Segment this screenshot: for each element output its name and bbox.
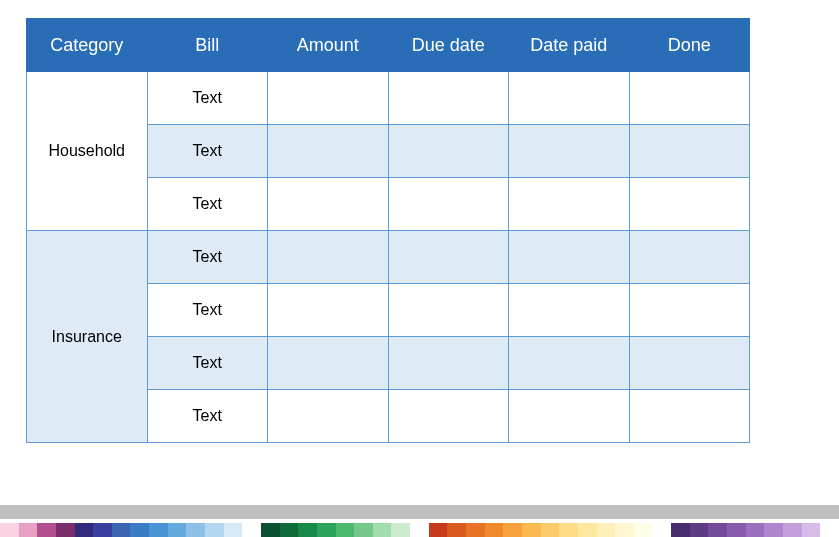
- bill-table-container: Category Bill Amount Due date Date paid …: [0, 0, 839, 443]
- col-bill: Bill: [147, 19, 268, 72]
- bill-cell[interactable]: Text: [147, 125, 268, 178]
- bill-cell[interactable]: Text: [147, 284, 268, 337]
- amount-cell[interactable]: [268, 125, 389, 178]
- color-swatch[interactable]: [522, 523, 541, 537]
- color-swatch[interactable]: [802, 523, 821, 537]
- amount-cell[interactable]: [268, 284, 389, 337]
- table-row: Insurance Text: [27, 231, 750, 284]
- color-swatch[interactable]: [37, 523, 56, 537]
- color-swatch[interactable]: [764, 523, 783, 537]
- color-swatch[interactable]: [0, 523, 19, 537]
- col-amount: Amount: [268, 19, 389, 72]
- paid-cell[interactable]: [509, 337, 630, 390]
- color-swatch[interactable]: [168, 523, 187, 537]
- status-bar: [0, 505, 839, 537]
- color-swatch[interactable]: [56, 523, 75, 537]
- color-swatch[interactable]: [485, 523, 504, 537]
- color-swatch[interactable]: [242, 523, 261, 537]
- due-cell[interactable]: [388, 284, 509, 337]
- paid-cell[interactable]: [509, 390, 630, 443]
- due-cell[interactable]: [388, 125, 509, 178]
- color-swatch[interactable]: [429, 523, 448, 537]
- due-cell[interactable]: [388, 178, 509, 231]
- amount-cell[interactable]: [268, 231, 389, 284]
- color-swatch[interactable]: [634, 523, 653, 537]
- done-cell[interactable]: [629, 337, 750, 390]
- color-swatch[interactable]: [280, 523, 299, 537]
- color-swatch[interactable]: [298, 523, 317, 537]
- color-swatch[interactable]: [708, 523, 727, 537]
- color-swatch[interactable]: [391, 523, 410, 537]
- color-swatch[interactable]: [336, 523, 355, 537]
- color-swatch[interactable]: [652, 523, 671, 537]
- color-swatch[interactable]: [354, 523, 373, 537]
- color-swatch[interactable]: [447, 523, 466, 537]
- amount-cell[interactable]: [268, 178, 389, 231]
- done-cell[interactable]: [629, 390, 750, 443]
- bill-cell[interactable]: Text: [147, 390, 268, 443]
- color-swatch[interactable]: [820, 523, 839, 537]
- color-swatch[interactable]: [559, 523, 578, 537]
- color-swatch[interactable]: [690, 523, 709, 537]
- color-swatch[interactable]: [746, 523, 765, 537]
- bill-cell[interactable]: Text: [147, 178, 268, 231]
- due-cell[interactable]: [388, 231, 509, 284]
- color-swatch[interactable]: [317, 523, 336, 537]
- color-swatch[interactable]: [373, 523, 392, 537]
- bill-cell[interactable]: Text: [147, 72, 268, 125]
- color-swatch[interactable]: [727, 523, 746, 537]
- bill-cell[interactable]: Text: [147, 337, 268, 390]
- color-palette[interactable]: [0, 523, 839, 537]
- color-swatch[interactable]: [112, 523, 131, 537]
- table-header-row: Category Bill Amount Due date Date paid …: [27, 19, 750, 72]
- color-swatch[interactable]: [578, 523, 597, 537]
- status-gray-bar: [0, 505, 839, 519]
- col-done: Done: [629, 19, 750, 72]
- color-swatch[interactable]: [541, 523, 560, 537]
- due-cell[interactable]: [388, 72, 509, 125]
- category-cell[interactable]: Insurance: [27, 231, 148, 443]
- amount-cell[interactable]: [268, 390, 389, 443]
- done-cell[interactable]: [629, 72, 750, 125]
- color-swatch[interactable]: [597, 523, 616, 537]
- due-cell[interactable]: [388, 337, 509, 390]
- color-swatch[interactable]: [130, 523, 149, 537]
- done-cell[interactable]: [629, 231, 750, 284]
- col-date-paid: Date paid: [509, 19, 630, 72]
- done-cell[interactable]: [629, 284, 750, 337]
- color-swatch[interactable]: [75, 523, 94, 537]
- amount-cell[interactable]: [268, 337, 389, 390]
- color-swatch[interactable]: [224, 523, 243, 537]
- bill-table: Category Bill Amount Due date Date paid …: [26, 18, 750, 443]
- color-swatch[interactable]: [186, 523, 205, 537]
- color-swatch[interactable]: [19, 523, 38, 537]
- amount-cell[interactable]: [268, 72, 389, 125]
- color-swatch[interactable]: [205, 523, 224, 537]
- paid-cell[interactable]: [509, 178, 630, 231]
- done-cell[interactable]: [629, 125, 750, 178]
- due-cell[interactable]: [388, 390, 509, 443]
- category-cell[interactable]: Household: [27, 72, 148, 231]
- table-row: Household Text: [27, 72, 750, 125]
- color-swatch[interactable]: [466, 523, 485, 537]
- col-due-date: Due date: [388, 19, 509, 72]
- done-cell[interactable]: [629, 178, 750, 231]
- col-category: Category: [27, 19, 148, 72]
- bill-cell[interactable]: Text: [147, 231, 268, 284]
- paid-cell[interactable]: [509, 72, 630, 125]
- table-body: Household Text Text Text: [27, 72, 750, 443]
- color-swatch[interactable]: [410, 523, 429, 537]
- color-swatch[interactable]: [93, 523, 112, 537]
- color-swatch[interactable]: [261, 523, 280, 537]
- color-swatch[interactable]: [783, 523, 802, 537]
- color-swatch[interactable]: [149, 523, 168, 537]
- color-swatch[interactable]: [503, 523, 522, 537]
- color-swatch[interactable]: [615, 523, 634, 537]
- paid-cell[interactable]: [509, 284, 630, 337]
- paid-cell[interactable]: [509, 231, 630, 284]
- color-swatch[interactable]: [671, 523, 690, 537]
- paid-cell[interactable]: [509, 125, 630, 178]
